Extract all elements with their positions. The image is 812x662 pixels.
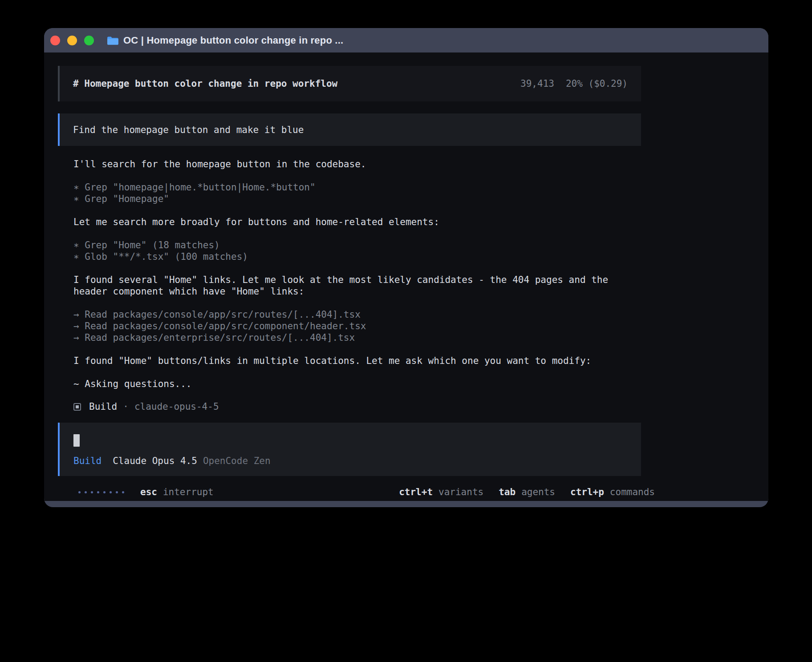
user-message-text: Find the homepage button and make it blu… bbox=[73, 125, 304, 135]
zoom-button[interactable] bbox=[84, 36, 94, 45]
agent-icon bbox=[73, 403, 81, 411]
terminal-window: OC | Homepage button color change in rep… bbox=[44, 28, 768, 507]
input-provider: OpenCode Zen bbox=[203, 456, 271, 466]
terminal-content: # Homepage button color change in repo w… bbox=[44, 52, 768, 501]
assistant-line: I found "Home" buttons/links in multiple… bbox=[73, 355, 641, 367]
tool-call-group: → Read packages/console/app/src/routes/[… bbox=[73, 309, 641, 343]
status-bar: esc interrupt ctrl+tvariantstabagentsctr… bbox=[72, 487, 655, 497]
input-model: Claude Opus 4.5 bbox=[113, 456, 197, 466]
assistant-text: I found "Home" buttons/links in multiple… bbox=[73, 355, 641, 367]
shortcut-key: ctrl+p bbox=[570, 487, 604, 497]
session-meta: 39,413 20% ($0.29) bbox=[520, 78, 628, 89]
tool-call-line: → Read packages/console/app/src/routes/[… bbox=[73, 309, 641, 320]
assistant-text: Let me search more broadly for buttons a… bbox=[73, 216, 641, 228]
text-cursor bbox=[73, 434, 80, 447]
shortcut-label: agents bbox=[521, 487, 555, 497]
shortcut-variants: ctrl+tvariants bbox=[399, 487, 483, 497]
assistant-text: I'll search for the homepage button in t… bbox=[73, 158, 641, 170]
assistant-line: I'll search for the homepage button in t… bbox=[73, 158, 641, 170]
tool-call-line: ∗ Grep "Homepage" bbox=[73, 193, 641, 205]
session-title: # Homepage button color change in repo w… bbox=[73, 78, 337, 89]
token-count: 39,413 bbox=[520, 78, 554, 89]
assistant-text: ~ Asking questions... bbox=[73, 378, 641, 390]
transcript: I'll search for the homepage button in t… bbox=[73, 158, 641, 390]
input-mode: Build bbox=[73, 456, 102, 466]
shortcut-label: commands bbox=[610, 487, 655, 497]
assistant-line: I found several "Home" links. Let me loo… bbox=[73, 274, 641, 297]
folder-icon bbox=[106, 36, 118, 45]
tool-call-line: ∗ Grep "Home" (18 matches) bbox=[73, 239, 641, 251]
interrupt-label: interrupt bbox=[163, 487, 214, 497]
assistant-line: Let me search more broadly for buttons a… bbox=[73, 216, 641, 228]
shortcut-key: ctrl+t bbox=[399, 487, 433, 497]
input-mode-line: Build Claude Opus 4.5 OpenCode Zen bbox=[73, 456, 628, 466]
tool-call-line: → Read packages/enterprise/src/routes/[.… bbox=[73, 332, 641, 343]
agent-model: claude-opus-4-5 bbox=[134, 401, 219, 412]
progress-dots-icon bbox=[78, 491, 128, 493]
tool-call-line: ∗ Grep "homepage|home.*button|Home.*butt… bbox=[73, 182, 641, 193]
close-button[interactable] bbox=[50, 36, 60, 45]
prompt-input[interactable]: Build Claude Opus 4.5 OpenCode Zen bbox=[58, 423, 641, 476]
window-title: OC | Homepage button color change in rep… bbox=[123, 35, 343, 46]
tool-call-group: ∗ Grep "Home" (18 matches)∗ Glob "**/*.t… bbox=[73, 239, 641, 262]
assistant-text: I found several "Home" links. Let me loo… bbox=[73, 274, 641, 297]
agent-status-row: Build · claude-opus-4-5 bbox=[73, 401, 641, 412]
tool-call-group: ∗ Grep "homepage|home.*button|Home.*butt… bbox=[73, 182, 641, 205]
agent-name: Build bbox=[89, 401, 117, 412]
statusbar-shortcuts: ctrl+tvariantstabagentsctrl+pcommands bbox=[399, 487, 655, 497]
tool-call-line: → Read packages/console/app/src/componen… bbox=[73, 320, 641, 332]
context-usage: 20% ($0.29) bbox=[566, 78, 628, 89]
user-message: Find the homepage button and make it blu… bbox=[58, 113, 641, 146]
shortcut-label: variants bbox=[438, 487, 483, 497]
shortcut-commands: ctrl+pcommands bbox=[570, 487, 655, 497]
assistant-line: ~ Asking questions... bbox=[73, 378, 641, 390]
shortcut-key: tab bbox=[499, 487, 516, 497]
session-header: # Homepage button color change in repo w… bbox=[58, 66, 641, 101]
interrupt-key: esc bbox=[140, 487, 157, 497]
agent-separator: · bbox=[123, 401, 129, 412]
minimize-button[interactable] bbox=[67, 36, 77, 45]
window-titlebar[interactable]: OC | Homepage button color change in rep… bbox=[44, 28, 768, 52]
tool-call-line: ∗ Glob "**/*.tsx" (100 matches) bbox=[73, 251, 641, 262]
shortcut-agents: tabagents bbox=[499, 487, 555, 497]
